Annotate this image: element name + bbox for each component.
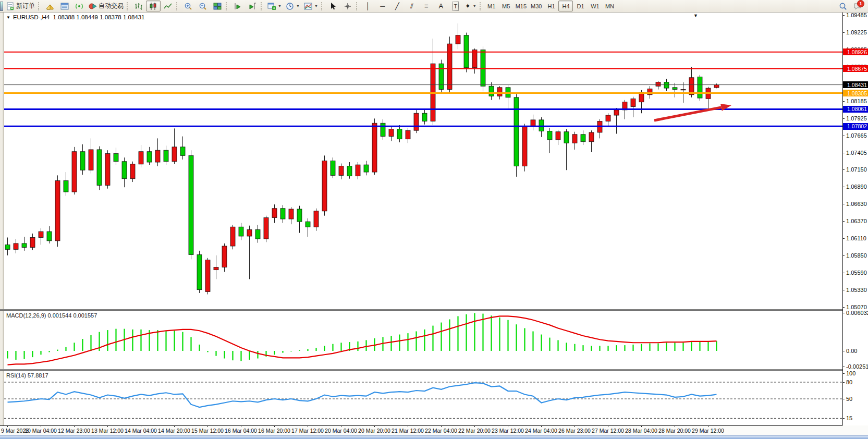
- axis-tick: [843, 290, 845, 290]
- clipped-toolbar-icon: [0, 2, 3, 11]
- time-axis-label: 20 Mar 20:00: [358, 428, 390, 434]
- search-button[interactable]: [836, 1, 850, 11]
- timeframe-label: D1: [577, 3, 584, 9]
- time-tick: [541, 425, 542, 427]
- axis-tick: [843, 418, 845, 419]
- candle-chart-button[interactable]: [146, 1, 161, 11]
- axis-tick: [843, 169, 845, 170]
- axis-tick: [843, 101, 845, 102]
- channel-tool-button[interactable]: ⫽: [405, 1, 419, 11]
- timeframe-button-m5[interactable]: M5: [499, 1, 514, 11]
- time-axis-label: 24 Mar 04:00: [525, 428, 557, 434]
- timeframe-button-m1[interactable]: M1: [484, 1, 499, 11]
- timeframe-button-m30[interactable]: M30: [529, 1, 544, 11]
- rsi-panel[interactable]: [4, 371, 842, 425]
- taskbar-edge: [0, 435, 868, 439]
- price-axis-label: 1.06370: [846, 218, 867, 224]
- rsi-label: RSI(14) 57.8817: [6, 372, 48, 379]
- timeframe-button-mn[interactable]: MN: [602, 1, 617, 11]
- horizontal-line-icon: ─: [380, 2, 385, 10]
- price-axis-label: 1.06110: [846, 235, 866, 241]
- text-label-tool-button[interactable]: T: [448, 1, 463, 11]
- gold-bars-icon: [46, 2, 54, 10]
- time-tick: [574, 425, 575, 427]
- zoom-out-button[interactable]: [195, 1, 210, 11]
- timeframe-label: W1: [591, 3, 600, 9]
- time-axis-label: 23 Mar 12:00: [492, 428, 524, 434]
- macd-panel[interactable]: [4, 311, 842, 369]
- text-label-icon: T: [452, 2, 459, 11]
- axis-tick: [843, 273, 845, 273]
- cursor-tool-button[interactable]: [326, 1, 340, 11]
- price-axis-label: 1.08185: [846, 98, 867, 104]
- trendline-tool-button[interactable]: ╱: [390, 1, 405, 11]
- equidistant-channel-icon: ⫽: [410, 2, 413, 10]
- market-watch-button[interactable]: [57, 1, 72, 11]
- time-axis[interactable]: 9 Mar 202310 Mar 04:0012 Mar 23:0013 Mar…: [0, 425, 868, 435]
- time-tick: [341, 425, 341, 427]
- autotrade-label: 自动交易: [99, 2, 124, 10]
- timeframe-button-h1[interactable]: H1: [544, 1, 558, 11]
- autotrade-button[interactable]: 自动交易: [87, 1, 126, 11]
- time-axis-label: 16 Mar 04:00: [225, 428, 257, 434]
- timeframe-label: M5: [502, 3, 510, 9]
- rsi-axis-label: 80: [846, 379, 852, 385]
- vertical-line-tool-button[interactable]: │: [361, 1, 375, 11]
- time-tick: [274, 425, 275, 427]
- time-axis-label: 28 Mar 04:00: [625, 428, 657, 434]
- axis-tick: [843, 313, 845, 313]
- time-tick: [441, 425, 442, 427]
- price-axis-label: 1.07925: [846, 115, 867, 121]
- cursor-icon: [329, 2, 337, 10]
- timeframe-label: H4: [562, 3, 569, 9]
- timeframe-group: M1M5M15M30H1H4D1W1MN: [484, 1, 617, 11]
- price-tag: 1.08926: [843, 48, 868, 55]
- text-tool-button[interactable]: A: [434, 1, 448, 11]
- bar-chart-button[interactable]: [131, 1, 146, 11]
- main-price-chart[interactable]: [4, 13, 842, 309]
- signals-button[interactable]: [72, 1, 87, 11]
- arrows-tool-button[interactable]: ✦▼: [463, 1, 479, 11]
- time-tick: [7, 425, 8, 427]
- timeframe-button-h4[interactable]: H4: [558, 1, 573, 11]
- horizontal-line-tool-button[interactable]: ─: [375, 1, 390, 11]
- price-axis-label: 1.06630: [846, 201, 867, 207]
- chart-shift-button[interactable]: [245, 1, 260, 11]
- arrow-objects-icon: ✦: [465, 2, 471, 10]
- time-axis-label: 17 Mar 12:00: [291, 428, 324, 434]
- auto-scroll-icon: [234, 2, 242, 10]
- tile-windows-button[interactable]: [210, 1, 225, 11]
- dropdown-caret-icon: ▼: [473, 4, 476, 8]
- period-button[interactable]: ▼: [284, 1, 302, 11]
- time-tick: [107, 425, 108, 427]
- price-axis[interactable]: 1.094851.092251.089651.087051.084451.081…: [842, 13, 868, 425]
- rsi-axis-label: 50: [846, 396, 852, 402]
- one-click-caret-icon[interactable]: ▼: [693, 13, 698, 18]
- notifications-button[interactable]: 1: [850, 1, 865, 11]
- candlestick-plot[interactable]: [4, 13, 842, 309]
- crosshair-tool-button[interactable]: [340, 1, 355, 11]
- time-tick: [241, 425, 241, 427]
- new-order-button[interactable]: 新订单: [4, 1, 37, 11]
- timeframe-button-m15[interactable]: M15: [514, 1, 529, 11]
- price-tag: 1.08431: [843, 81, 868, 88]
- rsi-axis-label: 15: [846, 415, 852, 421]
- fibonacci-tool-button[interactable]: ≡: [419, 1, 434, 11]
- time-tick: [708, 425, 708, 427]
- toolbar-grip: [480, 2, 483, 10]
- price-tag: 1.08675: [843, 65, 868, 72]
- new-chart-button[interactable]: ▼: [265, 1, 284, 11]
- line-chart-button[interactable]: [161, 1, 175, 11]
- time-axis-label: 20 Mar 04:00: [325, 428, 357, 434]
- auto-scroll-button[interactable]: [230, 1, 245, 11]
- time-tick: [141, 425, 141, 427]
- zoom-in-button[interactable]: [181, 1, 195, 11]
- timeframe-button-d1[interactable]: D1: [573, 1, 588, 11]
- toolbar-grip: [356, 2, 360, 10]
- charts-bar-button[interactable]: [43, 1, 57, 11]
- timeframe-button-w1[interactable]: W1: [588, 1, 602, 11]
- chart-list-caret-icon[interactable]: ▼: [6, 15, 10, 20]
- template-button[interactable]: ▼: [302, 1, 320, 11]
- axis-tick: [843, 187, 845, 187]
- new-chart-icon: [267, 2, 276, 10]
